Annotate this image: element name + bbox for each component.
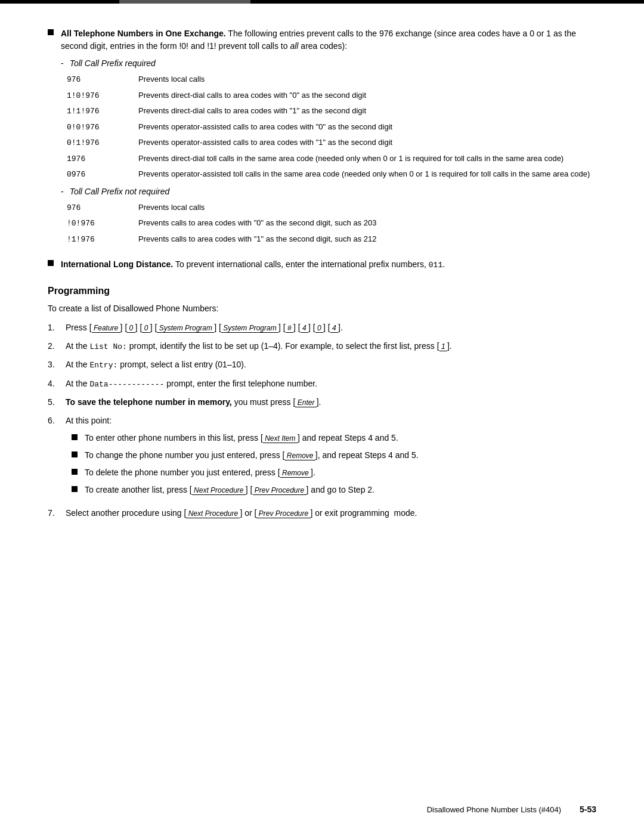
desc-976-notreq: Prevents local calls — [138, 202, 596, 214]
key-next-proc1: Next Procedure — [192, 486, 246, 495]
step-5-bold: To save the telephone number in memory, — [66, 397, 232, 407]
key-0a: 0 — [127, 324, 135, 333]
key-prev-proc1: Prev Procedure — [253, 486, 306, 495]
sub-square-bullet4 — [72, 486, 78, 492]
step-4-number: 4. — [48, 378, 66, 390]
dash-icon2: - — [61, 185, 64, 198]
content-area: All Telephone Numbers in One Exchange. T… — [0, 4, 644, 561]
step-5-number: 5. — [48, 396, 66, 409]
toll-required-label: Toll Call Prefix required — [70, 57, 156, 70]
code-row: 1!1!976 Prevents direct-dial calls to ar… — [67, 105, 596, 117]
key-enter: Enter — [295, 398, 316, 407]
code-1!1!976: 1!1!976 — [67, 105, 138, 117]
step-6-content: At this point: To enter other phone numb… — [66, 415, 596, 501]
code-1976: 1976 — [67, 153, 138, 165]
sub-bullet-delete: To delete the phone number you just ente… — [72, 466, 596, 479]
sub-bullet-create: To create another list, press [ Next Pro… — [72, 484, 596, 496]
code-!0!976: !0!976 — [67, 217, 138, 230]
code-row: 1!0!976 Prevents direct-dial calls to ar… — [67, 89, 596, 102]
step-4: 4. At the Data------------ prompt, enter… — [48, 378, 596, 391]
square-bullet-icon — [48, 29, 54, 35]
code-row: 1976 Prevents direct-dial toll calls in … — [67, 153, 596, 165]
international-bold-label: International Long Distance. — [61, 259, 173, 269]
main-bullet-international: International Long Distance. To prevent … — [48, 258, 596, 271]
desc-0!0!976: Prevents operator-assisted calls to area… — [138, 121, 596, 133]
exchange-bullet-text: All Telephone Numbers in One Exchange. T… — [61, 27, 596, 249]
international-text-end: . — [442, 259, 445, 269]
key-4b: 4 — [330, 324, 338, 333]
page-footer: Disallowed Phone Number Lists (#404) 5-5… — [48, 805, 596, 814]
step-3-number: 3. — [48, 358, 66, 371]
programming-heading: Programming — [48, 286, 596, 296]
page: All Telephone Numbers in One Exchange. T… — [0, 0, 644, 832]
exchange-bold-label: All Telephone Numbers in One Exchange. — [61, 29, 226, 38]
key-remove2: Remove — [280, 469, 311, 478]
sub-bullet-1-text: To enter other phone numbers in this lis… — [85, 432, 398, 444]
key-1: 1 — [439, 342, 447, 351]
toll-required-header: - Toll Call Prefix required — [61, 57, 596, 70]
toll-not-required-header: - Toll Call Prefix not required — [61, 185, 596, 198]
key-next-proc2: Next Procedure — [186, 509, 240, 518]
international-code: 011 — [429, 261, 442, 270]
step-1-number: 1. — [48, 321, 66, 334]
steps-list: 1. Press [ Feature ] [ 0 ] [ 0 ] [ Syste… — [48, 321, 596, 520]
sub-square-bullet2 — [72, 451, 78, 457]
key-sysprog2: System Program — [221, 324, 278, 333]
sub-square-bullet3 — [72, 469, 78, 475]
code-row: 0!0!976 Prevents operator-assisted calls… — [67, 121, 596, 134]
step-2: 2. At the List No: prompt, identify the … — [48, 340, 596, 353]
desc-1!1!976: Prevents direct-dial calls to area codes… — [138, 105, 596, 117]
key-sysprog1: System Program — [157, 324, 214, 333]
bullet-section-exchange: All Telephone Numbers in One Exchange. T… — [48, 27, 596, 271]
exchange-text-end: area codes): — [298, 41, 347, 51]
code-976-req: 976 — [67, 73, 138, 86]
international-bullet-text: International Long Distance. To prevent … — [61, 258, 596, 271]
step-4-content: At the Data------------ prompt, enter th… — [66, 378, 596, 391]
sub-bullet-2-text: To change the phone number you just ente… — [85, 449, 419, 462]
desc-1!0!976: Prevents direct-dial calls to area codes… — [138, 89, 596, 101]
code-976-notreq: 976 — [67, 202, 138, 214]
step-5: 5. To save the telephone number in memor… — [48, 396, 596, 409]
top-bar — [0, 0, 644, 4]
international-text-rest: To prevent international calls, enter th… — [175, 259, 429, 269]
key-0c: 0 — [315, 324, 323, 333]
data-prompt: Data------------ — [89, 380, 164, 389]
footer-page: 5-53 — [580, 805, 596, 814]
sub-bullet-4-text: To create another list, press [ Next Pro… — [85, 484, 374, 496]
step-1-content: Press [ Feature ] [ 0 ] [ 0 ] [ System P… — [66, 321, 596, 334]
key-0b: 0 — [142, 324, 150, 333]
desc-!1!976: Prevents calls to area codes with "1" as… — [138, 233, 596, 245]
code-row: 976 Prevents local calls — [67, 73, 596, 86]
code-row: 976 Prevents local calls — [67, 202, 596, 214]
sub-bullet-list: To enter other phone numbers in this lis… — [72, 432, 596, 496]
exchange-italic-all: all — [290, 41, 298, 51]
step-6-number: 6. — [48, 415, 66, 427]
programming-section: Programming To create a list of Disallow… — [48, 286, 596, 520]
desc-0!1!976: Prevents operator-assisted calls to area… — [138, 137, 596, 149]
code-row: !1!976 Prevents calls to area codes with… — [67, 233, 596, 246]
sub-bullet-3-text: To delete the phone number you just ente… — [85, 466, 315, 479]
sub-square-bullet1 — [72, 434, 78, 440]
code-1!0!976: 1!0!976 — [67, 89, 138, 102]
key-feature: Feature — [92, 324, 120, 333]
key-prev-proc2: Prev Procedure — [256, 509, 310, 518]
step-5-content: To save the telephone number in memory, … — [66, 396, 596, 409]
sub-bullet-next-item: To enter other phone numbers in this lis… — [72, 432, 596, 444]
programming-intro: To create a list of Disallowed Phone Num… — [48, 304, 596, 313]
code-table-required: - Toll Call Prefix required 976 Prevents… — [61, 57, 596, 245]
listno-prompt: List No: — [89, 342, 126, 351]
step-2-content: At the List No: prompt, identify the lis… — [66, 340, 596, 353]
key-next-item: Next Item — [263, 434, 298, 443]
sub-bullet-change: To change the phone number you just ente… — [72, 449, 596, 462]
key-hash: # — [286, 324, 293, 333]
step-1: 1. Press [ Feature ] [ 0 ] [ 0 ] [ Syste… — [48, 321, 596, 334]
toll-not-required-label: Toll Call Prefix not required — [70, 185, 170, 198]
step-6: 6. At this point: To enter other phone n… — [48, 415, 596, 501]
code-row: 0976 Prevents operator-assisted toll cal… — [67, 168, 596, 181]
entry-prompt: Entry: — [89, 361, 117, 370]
step-7-number: 7. — [48, 507, 66, 519]
key-4: 4 — [301, 324, 308, 333]
step-3: 3. At the Entry: prompt, select a list e… — [48, 358, 596, 372]
code-0!0!976: 0!0!976 — [67, 121, 138, 134]
step-7-content: Select another procedure using [ Next Pr… — [66, 507, 596, 519]
